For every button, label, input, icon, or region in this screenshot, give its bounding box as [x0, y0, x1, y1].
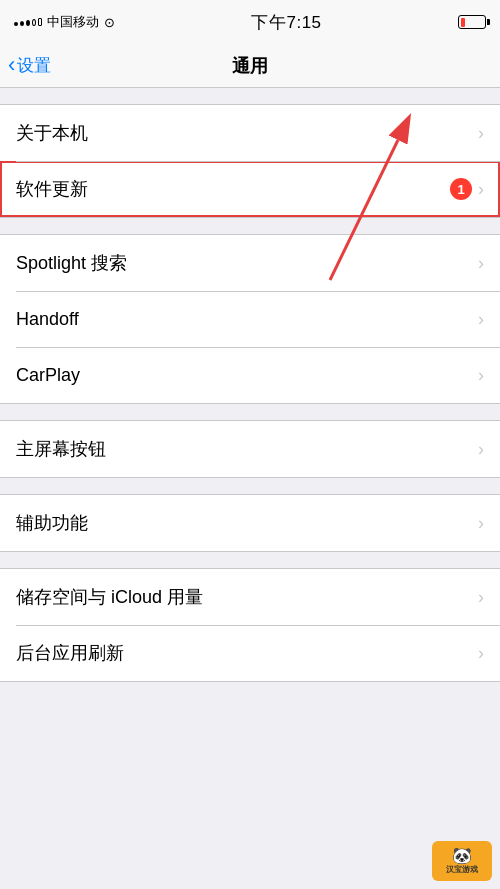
nav-back-label: 设置: [17, 54, 51, 77]
settings-section-5: 储存空间与 iCloud 用量 › 后台应用刷新 ›: [0, 568, 500, 682]
chevron-right-icon: ›: [478, 253, 484, 274]
settings-row-storage[interactable]: 储存空间与 iCloud 用量 ›: [0, 569, 500, 625]
carplay-label: CarPlay: [16, 365, 478, 386]
home-button-label: 主屏幕按钮: [16, 437, 478, 461]
settings-section-4: 辅助功能 ›: [0, 494, 500, 552]
spotlight-label: Spotlight 搜索: [16, 251, 478, 275]
chevron-right-icon: ›: [478, 439, 484, 460]
watermark-icon: 🐼: [452, 848, 472, 864]
settings-section-1: 关于本机 › 软件更新 1 ›: [0, 104, 500, 218]
storage-label: 储存空间与 iCloud 用量: [16, 585, 478, 609]
signal-icon: [14, 18, 42, 26]
status-time: 下午7:15: [251, 11, 321, 34]
settings-row-background-refresh[interactable]: 后台应用刷新 ›: [0, 625, 500, 681]
wifi-icon: ⊙: [104, 15, 115, 30]
accessibility-label: 辅助功能: [16, 511, 478, 535]
chevron-right-icon: ›: [478, 309, 484, 330]
chevron-right-icon: ›: [478, 643, 484, 664]
chevron-right-icon: ›: [478, 513, 484, 534]
chevron-right-icon: ›: [478, 365, 484, 386]
settings-row-carplay[interactable]: CarPlay ›: [0, 347, 500, 403]
watermark: 🐼 汉宝游戏: [432, 841, 492, 881]
settings-row-software-update[interactable]: 软件更新 1 ›: [0, 161, 500, 217]
battery-icon: [458, 15, 486, 29]
chevron-right-icon: ›: [478, 179, 484, 200]
settings-section-3: 主屏幕按钮 ›: [0, 420, 500, 478]
about-label: 关于本机: [16, 121, 478, 145]
settings-content: 关于本机 › 软件更新 1 › Spotlight 搜索 › Handoff ›…: [0, 88, 500, 698]
nav-title: 通用: [232, 54, 268, 78]
settings-row-home-button[interactable]: 主屏幕按钮 ›: [0, 421, 500, 477]
background-refresh-label: 后台应用刷新: [16, 641, 478, 665]
nav-back-button[interactable]: ‹ 设置: [8, 54, 51, 77]
chevron-right-icon: ›: [478, 123, 484, 144]
chevron-right-icon: ›: [478, 587, 484, 608]
settings-row-spotlight[interactable]: Spotlight 搜索 ›: [0, 235, 500, 291]
status-left: 中国移动 ⊙: [14, 13, 115, 31]
settings-section-2: Spotlight 搜索 › Handoff › CarPlay ›: [0, 234, 500, 404]
software-update-label: 软件更新: [16, 177, 450, 201]
settings-row-handoff[interactable]: Handoff ›: [0, 291, 500, 347]
battery-fill: [461, 18, 466, 27]
nav-bar: ‹ 设置 通用: [0, 44, 500, 88]
handoff-label: Handoff: [16, 309, 478, 330]
status-bar: 中国移动 ⊙ 下午7:15: [0, 0, 500, 44]
watermark-text: 汉宝游戏: [446, 864, 478, 875]
settings-row-accessibility[interactable]: 辅助功能 ›: [0, 495, 500, 551]
status-right: [458, 15, 486, 29]
carrier-name: 中国移动: [47, 13, 99, 31]
settings-row-about[interactable]: 关于本机 ›: [0, 105, 500, 161]
chevron-left-icon: ‹: [8, 54, 15, 76]
update-badge: 1: [450, 178, 472, 200]
